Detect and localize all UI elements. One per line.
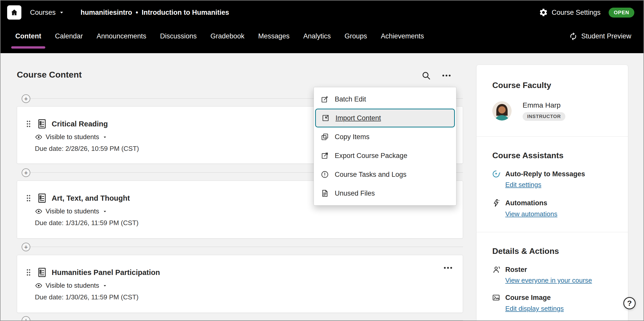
search-icon (421, 71, 431, 80)
eye-icon (35, 133, 43, 141)
sidebar-divider (477, 136, 628, 137)
edit-settings-link[interactable]: Edit settings (505, 180, 541, 189)
breadcrumb-course-id: humanitiesintro (81, 9, 132, 17)
instructor-role-badge: INSTRUCTOR (523, 112, 565, 121)
drag-handle[interactable] (24, 192, 33, 204)
course-assistants-heading: Course Assistants (492, 151, 564, 160)
tab-achievements[interactable]: Achievements (381, 24, 424, 48)
instructor-avatar[interactable] (492, 101, 512, 121)
content-item-header: Critical Reading (24, 118, 108, 130)
ellipsis-icon (441, 70, 452, 81)
course-status-open-badge[interactable]: OPEN (609, 8, 634, 18)
auto-reply-label: Auto-Reply to Messages (505, 170, 585, 178)
course-settings-button[interactable]: Course Settings (539, 8, 600, 17)
course-faculty-heading: Course Faculty (492, 81, 551, 90)
courses-dropdown[interactable]: Courses (30, 9, 64, 17)
content-item-title[interactable]: Critical Reading (52, 120, 108, 128)
view-automations-link[interactable]: View automations (505, 210, 557, 218)
menu-item-label: Copy Items (335, 133, 370, 141)
course-sidebar: Course Faculty Emma Harp INSTRUCTOR Cour… (476, 65, 628, 321)
content-item-title[interactable]: Art, Text, and Thought (52, 194, 130, 202)
due-date-label: Due date: 1/30/26, 11:59 PM (CST) (35, 293, 138, 301)
visibility-dropdown[interactable]: Visible to students (35, 133, 107, 141)
role-pill-label: INSTRUCTOR (523, 112, 565, 121)
menu-item-label: Unused Files (335, 189, 375, 197)
due-date-label: Due date: 2/28/26, 10:59 PM (CST) (35, 145, 139, 153)
menu-item-batch-edit[interactable]: Batch Edit (314, 90, 456, 109)
course-page: Courses humanitiesintro • Introduction t… (0, 0, 644, 321)
export-package-icon (320, 151, 329, 160)
tab-groups[interactable]: Groups (344, 24, 367, 48)
menu-item-course-tasks-and-logs[interactable]: Course Tasks and Logs (314, 165, 456, 184)
add-content-button[interactable]: + (22, 316, 30, 321)
course-settings-label: Course Settings (552, 9, 600, 17)
menu-item-label: Export Course Package (335, 152, 407, 160)
assignment-icon (36, 193, 48, 204)
menu-item-unused-files[interactable]: Unused Files (314, 184, 456, 203)
assignment-icon (36, 118, 48, 129)
chevron-down-icon (59, 10, 64, 15)
menu-item-export-course-package[interactable]: Export Course Package (314, 146, 456, 165)
content-item-title[interactable]: Humanities Panel Participation (52, 268, 160, 277)
tab-analytics[interactable]: Analytics (303, 24, 331, 48)
roster-label: Roster (505, 265, 527, 274)
content-item-header: Art, Text, and Thought (24, 192, 130, 204)
page-title: Course Content (17, 70, 82, 80)
tab-gradebook[interactable]: Gradebook (211, 24, 245, 48)
due-date-label: Due date: 1/31/26, 11:59 PM (CST) (35, 219, 138, 227)
tab-discussions[interactable]: Discussions (160, 24, 197, 48)
auto-reply-icon (492, 170, 500, 178)
visibility-label: Visible to students (46, 207, 99, 215)
menu-item-copy-items[interactable]: Copy Items (314, 127, 456, 146)
eye-icon (35, 282, 43, 289)
sidebar-divider (477, 232, 628, 232)
visibility-dropdown[interactable]: Visible to students (35, 282, 107, 289)
chevron-down-icon (102, 209, 107, 214)
search-button[interactable] (421, 70, 432, 81)
student-preview-button[interactable]: Student Preview (569, 32, 631, 41)
visibility-dropdown[interactable]: Visible to students (35, 207, 107, 215)
drag-handle[interactable] (24, 118, 33, 130)
chevron-down-icon (102, 283, 107, 288)
menu-item-label: Course Tasks and Logs (335, 171, 407, 179)
assignment-icon (36, 267, 48, 278)
home-icon (10, 8, 18, 17)
tab-calendar[interactable]: Calendar (55, 24, 83, 48)
course-image-icon (492, 293, 500, 302)
view-everyone-link[interactable]: View everyone in your course (505, 276, 592, 285)
add-content-button[interactable]: + (22, 94, 30, 103)
insert-content-row: + (17, 316, 463, 321)
home-button[interactable] (7, 5, 21, 20)
drag-handle[interactable] (24, 266, 33, 279)
tab-content[interactable]: Content (15, 24, 41, 48)
course-image-label: Course Image (505, 293, 551, 302)
add-content-button[interactable]: + (22, 168, 30, 177)
student-preview-label: Student Preview (581, 32, 631, 40)
content-overflow-menu-button[interactable] (441, 70, 452, 81)
menu-item-import-content[interactable]: Import Content (315, 109, 455, 127)
gear-icon (539, 8, 548, 17)
insert-divider-line (22, 247, 463, 247)
automations-icon (492, 199, 500, 207)
content-item-header: Humanities Panel Participation (24, 266, 160, 279)
insert-content-row: + (17, 243, 463, 251)
tab-messages[interactable]: Messages (258, 24, 289, 48)
ellipsis-icon (443, 263, 453, 273)
item-overflow-menu-button[interactable] (442, 262, 454, 273)
visibility-label: Visible to students (46, 282, 99, 289)
instructor-name: Emma Harp (523, 101, 561, 109)
help-button[interactable]: ? (623, 297, 636, 309)
roster-icon (492, 265, 500, 274)
add-content-button[interactable]: + (22, 243, 30, 251)
details-actions-heading: Details & Actions (492, 246, 559, 256)
tab-announcements[interactable]: Announcements (97, 24, 146, 48)
student-preview-icon (569, 32, 578, 41)
top-bar: Courses humanitiesintro • Introduction t… (1, 1, 643, 24)
courses-label: Courses (30, 9, 56, 17)
course-nav: Content Calendar Announcements Discussio… (1, 24, 643, 53)
edit-display-settings-link[interactable]: Edit display settings (505, 304, 564, 313)
visibility-label: Visible to students (46, 133, 99, 141)
menu-item-label: Import Content (335, 114, 381, 122)
content-overflow-menu: Batch Edit Import Content Copy Items Exp… (314, 87, 456, 206)
breadcrumb-separator: • (136, 9, 138, 17)
